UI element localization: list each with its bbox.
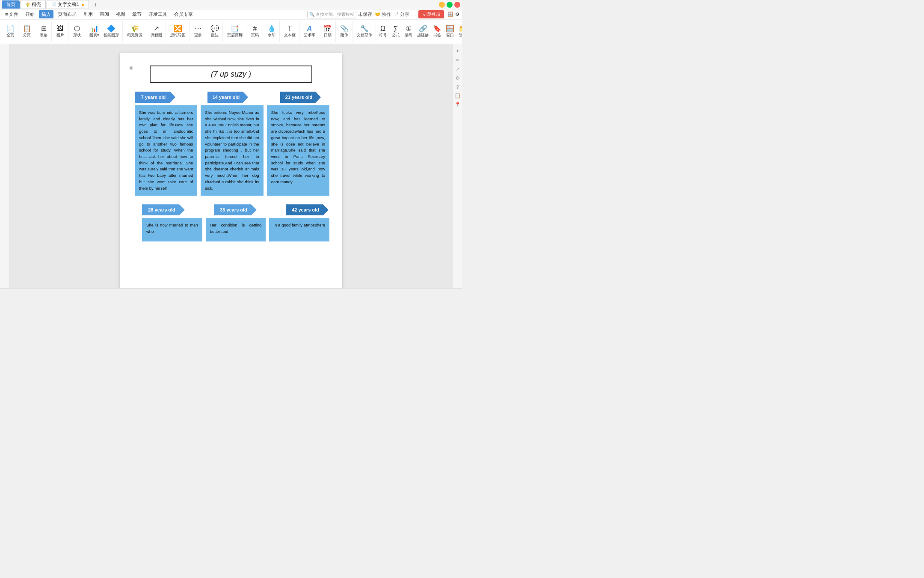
ribbon-btn-fullpage[interactable]: 📄 全页 [4,24,16,39]
ribbon-btn-table[interactable]: ⊞ 表格 [38,24,50,39]
ribbon-btn-header[interactable]: 📑 页眉页脚 [225,24,244,39]
text-box-42[interactable]: In a good family atmosphere , [269,218,329,241]
doc-area: ▣ (7 up suzy ) 7 years old 14 years old [0,44,462,288]
header-icon: 📑 [231,25,239,32]
menu-dev[interactable]: 开发工具 [146,10,170,18]
tab-document[interactable]: 📄 文字文稿1 ● [47,0,89,9]
ribbon-btn-window[interactable]: 🪟 窗口 [444,24,456,39]
chart-icon: 📊 [90,25,99,32]
ribbon-btn-symbol[interactable]: Ω 符号 [377,24,389,39]
ribbon-btn-chart[interactable]: 📊 图表▾ [88,24,101,39]
tab-bar: 首页 🌾 稻壳 📄 文字文稿1 ● + [2,0,102,9]
ribbon-btn-numbering[interactable]: ① 编号 [403,24,415,39]
ribbon-group-pagenum: # 页码 [247,21,263,42]
arrow-label-14: 14 years old [207,92,248,103]
menu-view[interactable]: 视图 [113,10,128,18]
hyperlink-icon: 🔗 [419,25,427,32]
ribbon-btn-smartart[interactable]: 🔷 智能图形 [102,24,121,39]
maximize-button[interactable] [447,2,453,8]
title-bar: 首页 🌾 稻壳 📄 文字文稿1 ● + [0,0,462,9]
ribbon-group-header: 📑 页眉页脚 [224,21,246,42]
menu-section[interactable]: 章节 [130,10,144,18]
minimize-button[interactable] [439,2,445,8]
ribbon-btn-hyperlink[interactable]: 🔗 超链接 [415,24,430,39]
daoke-res-icon: 🌾 [130,25,139,32]
ribbon-group-table: ⊞ 表格 [36,21,52,42]
ribbon-btn-mindmap[interactable]: 🔀 思维导图 [169,24,187,39]
ribbon-btn-resource[interactable]: 📁 资源 [457,24,462,39]
ribbon-btn-comment[interactable]: 💬 批注 [209,24,221,39]
timeline-boxes-top: She was born into a farmers family, and … [133,105,329,196]
search-box[interactable]: 🔍 查找功能、搜索模板 [307,11,356,18]
ribbon-btn-more[interactable]: ⋯ 更多 [192,24,204,39]
sidebar-question-icon[interactable]: ? [456,84,459,89]
text-box-28[interactable]: She is now married to man who [142,218,202,241]
ribbon-btn-divpage[interactable]: 📋 分页 [21,24,33,39]
sidebar-settings-icon[interactable]: ⚙ [456,75,460,81]
table-icon: ⊞ [41,25,47,32]
arrow-42: 42 years old [286,204,329,215]
menu-member[interactable]: 会员专享 [172,10,195,18]
text-box-21[interactable]: She looks very rebellious now, and has l… [267,105,329,196]
menu-insert[interactable]: 插入 [39,10,53,18]
save-status: 未保存 [358,11,372,18]
divpage-icon: 📋 [23,25,31,32]
sidebar-doc-icon[interactable]: 📋 [455,93,461,98]
ribbon-btn-textbox[interactable]: T 文本框 [282,24,297,39]
ribbon-btn-docpart[interactable]: 🔧 文档部件 [355,24,374,39]
sidebar-pin-icon[interactable]: 📍 [455,102,461,107]
arrow-label-7: 7 years old [135,92,175,103]
ribbon-btn-watermark[interactable]: 💧 水印 [266,24,278,39]
menu-start[interactable]: 开始 [23,10,37,18]
collab-button[interactable]: 🤝 协作 [375,11,391,18]
ribbon-group-pages: 📄 全页 [3,21,18,42]
timeline-arrows-bottom: 28 years old 35 years old 42 years old [133,204,329,215]
ribbon: 📄 全页 📋 分页 ⊞ 表格 🖼 图片 ⬡ 形状 [0,20,462,44]
window-title-controls: 🪟 ⚙ [447,12,459,17]
sidebar-arrow-icon[interactable]: ↗ [456,66,459,72]
login-button[interactable]: 立即登录 [418,10,444,18]
fullpage-icon: 📄 [6,25,15,32]
ribbon-btn-bookmark[interactable]: 🔖 书签 [431,24,443,39]
ribbon-group-chart: 📊 图表▾ 🔷 智能图形 [86,21,123,42]
text-box-14[interactable]: She entered Nayue Manor as she wished.No… [201,105,263,196]
text-box-35[interactable]: Her condition is getting better and [206,218,266,241]
menu-layout[interactable]: 页面布局 [55,10,79,18]
arrow-label-35: 35 years old [214,204,257,215]
menu-reference[interactable]: 引用 [81,10,95,18]
docpart-icon: 🔧 [360,25,369,32]
mindmap-icon: 🔀 [174,25,182,32]
ribbon-btn-wordart[interactable]: A 艺术字 [302,24,317,39]
new-tab-button[interactable]: + [90,0,102,9]
arrow-21: 21 years old [280,92,321,103]
ribbon-group-flow: ↗ 流程图 [147,21,166,42]
menu-review[interactable]: 审阅 [97,10,112,18]
ribbon-btn-formula[interactable]: ∑ 公式 [390,24,402,39]
numbering-icon: ① [406,25,412,32]
doc-main[interactable]: ▣ (7 up suzy ) 7 years old 14 years old [9,44,453,288]
ribbon-btn-attach[interactable]: 📎 附件 [338,24,350,39]
sidebar-cursor-icon[interactable]: ✦ [456,48,459,54]
ribbon-btn-image[interactable]: 🖼 图片 [54,24,66,39]
share-button[interactable]: ↗ 分享 [394,11,409,18]
ribbon-btn-pagenum[interactable]: # 页码 [249,24,261,39]
daoke-icon: 🌾 [25,2,30,7]
ribbon-btn-flow[interactable]: ↗ 流程图 [149,24,164,39]
tab-daoke[interactable]: 🌾 稻壳 [21,0,46,9]
ribbon-btn-date[interactable]: 📅 日期 [322,24,334,39]
close-button[interactable] [454,2,460,8]
document-title[interactable]: (7 up suzy ) [150,66,312,83]
menu-file[interactable]: ≡ 文件 [3,10,21,18]
sidebar-edit-icon[interactable]: ✏ [456,57,459,63]
tab-home[interactable]: 首页 [2,0,20,9]
symbol-icon: Ω [380,25,385,32]
shape-icon: ⬡ [74,25,80,32]
pagenum-icon: # [253,25,257,32]
ribbon-btn-daoke[interactable]: 🌾 稻壳资源 [125,24,144,39]
date-icon: 📅 [323,25,332,32]
more-menu[interactable]: … [412,12,417,17]
text-box-7[interactable]: She was born into a farmers family, and … [135,105,197,196]
ribbon-btn-shape[interactable]: ⬡ 形状 [71,24,83,39]
left-sidebar [0,44,9,288]
window-controls [439,2,460,8]
